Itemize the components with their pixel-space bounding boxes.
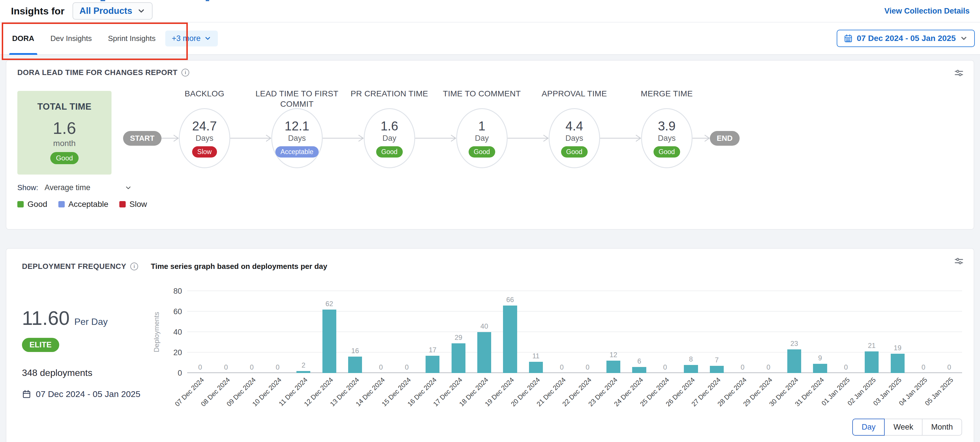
view-collection-details-link[interactable]: View Collection Details — [885, 6, 970, 16]
chevron-down-icon — [960, 34, 968, 43]
tab-bar: DORADev InsightsSprint Insights +3 more … — [0, 22, 980, 55]
bars-container: 0000262160017294066110012608700239021190… — [187, 291, 962, 373]
flow-end-pill: END — [710, 131, 740, 146]
stage-value: 1.6 — [380, 119, 398, 133]
y-axis-ticks: 020406080 — [162, 291, 187, 373]
bar-slot: 9 — [807, 291, 833, 373]
bar-slot: 2 — [291, 291, 317, 373]
total-time-status-badge: Good — [50, 152, 79, 164]
y-axis-label: Deployments — [151, 291, 162, 373]
flow-arrow-icon — [162, 134, 179, 143]
date-range-picker[interactable]: 07 Dec 2024 - 05 Jan 2025 — [837, 30, 975, 47]
bar[interactable] — [710, 366, 724, 373]
bar-value-label: 8 — [689, 355, 693, 363]
bar-slot: 0 — [652, 291, 678, 373]
tab-sprint-insights[interactable]: Sprint Insights — [107, 22, 157, 54]
stage-unit: Day — [475, 134, 489, 143]
tab-dora[interactable]: DORA — [11, 22, 35, 54]
stage-value: 4.4 — [565, 119, 583, 133]
bar-slot: 21 — [859, 291, 885, 373]
legend-swatch — [18, 201, 24, 208]
bar[interactable] — [606, 361, 620, 373]
bar-slot: 40 — [471, 291, 497, 373]
bar-slot: 7 — [704, 291, 730, 373]
info-icon[interactable] — [181, 69, 189, 76]
bar[interactable] — [529, 362, 543, 373]
bar-slot: 16 — [342, 291, 368, 373]
stage-value: 3.9 — [658, 119, 676, 133]
flow-arrow-icon — [323, 134, 364, 143]
stage-approval-time: APPROVAL TIME4.4DaysGood — [549, 108, 600, 168]
show-label: Show: — [18, 183, 38, 192]
stage-status-badge: Acceptable — [275, 146, 319, 157]
granularity-week-button[interactable]: Week — [884, 419, 923, 436]
bar[interactable] — [503, 306, 517, 373]
bar[interactable] — [348, 356, 362, 373]
product-selector[interactable]: All Products — [73, 2, 153, 20]
deployment-frequency-header: DEPLOYMENT FREQUENCY — [22, 262, 151, 271]
stage-lead-time-to-first-commit: LEAD TIME TO FIRST COMMIT12.1DaysAccepta… — [271, 108, 323, 168]
stage-name: PR CREATION TIME — [346, 89, 433, 99]
calendar-icon — [22, 390, 31, 399]
status-legend: GoodAcceptableSlow — [18, 200, 963, 209]
show-metric-dropdown[interactable]: Show: Average time — [18, 183, 132, 192]
chart-settings-icon[interactable] — [954, 68, 964, 78]
calendar-icon — [844, 34, 853, 43]
more-tabs-button[interactable]: +3 more — [165, 30, 218, 46]
granularity-day-button[interactable]: Day — [852, 419, 885, 436]
deployment-rate: 11.60 Per Day — [22, 307, 151, 329]
stage-unit: Day — [382, 134, 396, 143]
bar[interactable] — [426, 356, 439, 373]
bar[interactable] — [323, 310, 336, 373]
bar[interactable] — [891, 354, 905, 373]
tabs: DORADev InsightsSprint Insights — [11, 22, 157, 54]
bar-value-label: 0 — [224, 363, 228, 371]
legend-label: Good — [27, 200, 48, 209]
flow-arrow-icon — [230, 134, 271, 143]
granularity-month-button[interactable]: Month — [922, 419, 962, 436]
stage-circle: 3.9DaysGood — [641, 108, 692, 168]
bar-value-label: 9 — [818, 354, 822, 362]
legend-swatch — [119, 201, 126, 208]
info-icon[interactable] — [130, 263, 138, 270]
chart-settings-icon[interactable] — [954, 256, 964, 266]
bar-slot: 0 — [394, 291, 420, 373]
bar-slot: 0 — [756, 291, 781, 373]
bar-value-label: 0 — [844, 363, 848, 371]
stage-name: MERGE TIME — [624, 89, 710, 99]
chart-title: Time series graph based on deployments p… — [151, 262, 962, 271]
stage-unit: Days — [288, 134, 306, 143]
bar-slot: 66 — [497, 291, 523, 373]
bar[interactable] — [296, 371, 310, 373]
legend-label: Acceptable — [68, 200, 109, 209]
stage-name: LEAD TIME TO FIRST COMMIT — [254, 89, 340, 109]
date-range-value: 07 Dec 2024 - 05 Jan 2025 — [857, 34, 956, 43]
flow-arrow-icon — [600, 134, 641, 143]
bar[interactable] — [452, 343, 465, 373]
tab-dev-insights[interactable]: Dev Insights — [49, 22, 93, 54]
bar[interactable] — [787, 349, 801, 373]
bar-value-label: 0 — [663, 363, 667, 371]
deployment-frequency-title: DEPLOYMENT FREQUENCY — [22, 262, 126, 271]
bar[interactable] — [813, 364, 827, 373]
chevron-down-icon — [137, 6, 146, 15]
x-tick-label: 05 Jan 2025 — [936, 373, 962, 413]
bar-value-label: 21 — [868, 342, 876, 350]
granularity-toggle: DayWeekMonth — [151, 419, 962, 436]
deployments-total: 348 deployments — [22, 368, 151, 378]
legend-item-good: Good — [18, 200, 48, 209]
elite-badge: ELITE — [22, 338, 59, 352]
bar[interactable] — [865, 352, 878, 373]
stage-name: TIME TO COMMENT — [439, 89, 525, 99]
bar-value-label: 19 — [894, 344, 901, 352]
stage-merge-time: MERGE TIME3.9DaysGood — [641, 108, 692, 168]
cropped-content-fragment — [100, 0, 105, 1]
bar[interactable] — [684, 365, 698, 373]
show-value: Average time — [45, 183, 91, 192]
bar-value-label: 7 — [715, 356, 719, 364]
stage-circle: 12.1DaysAcceptable — [271, 108, 323, 168]
bar[interactable] — [632, 367, 646, 373]
bar[interactable] — [477, 332, 491, 373]
bar-slot: 8 — [678, 291, 704, 373]
lead-time-flow-body: TOTAL TIME 1.6 month Good STARTBACKLOG24… — [18, 91, 963, 174]
